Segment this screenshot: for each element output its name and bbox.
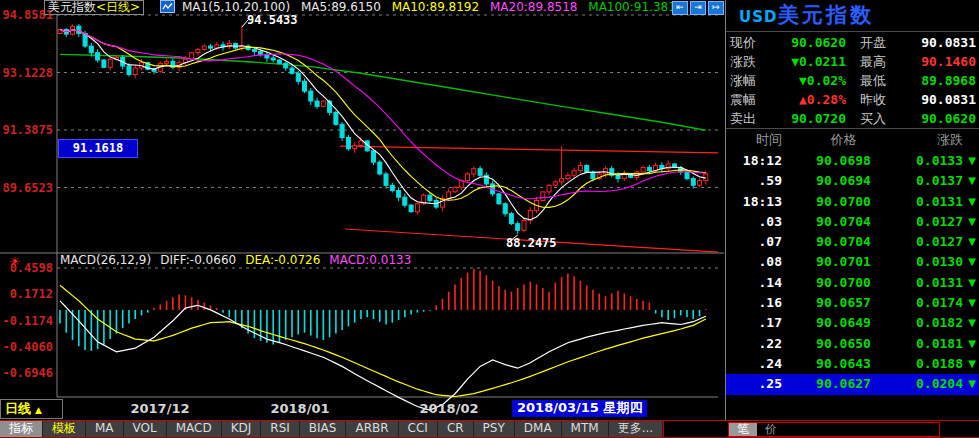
stat-label: 昨收 bbox=[860, 90, 900, 109]
tick-row[interactable]: 18:1390.07000.0131▼ bbox=[726, 192, 979, 212]
tick-row[interactable]: .0890.07010.0130▼ bbox=[726, 252, 979, 272]
tick-change: 0.0131 bbox=[905, 192, 963, 212]
pan-right-icon[interactable]: ↦ bbox=[708, 1, 724, 15]
macd-tick-label: -0.1174 bbox=[2, 314, 53, 328]
high-annotation: 94.5433 bbox=[247, 13, 298, 27]
selected-date-label: 2018/03/15 星期四 bbox=[512, 400, 647, 417]
tick-mode-tabs: 笔价 bbox=[728, 422, 940, 437]
triangle-down-icon: ▼ bbox=[963, 354, 976, 374]
tab-CCI[interactable]: CCI bbox=[399, 421, 438, 437]
tick-time: .07 bbox=[730, 232, 782, 252]
tab-CR[interactable]: CR bbox=[438, 421, 474, 437]
stat-label: 最低 bbox=[860, 71, 900, 90]
tick-time: .03 bbox=[730, 212, 782, 232]
tick-price: 90.0643 bbox=[782, 354, 905, 374]
tick-price: 90.0649 bbox=[782, 313, 905, 333]
macd-value: MACD:0.0133 bbox=[329, 253, 411, 267]
tick-price: 90.0627 bbox=[782, 374, 905, 394]
compress-left-icon[interactable]: ⇤ bbox=[672, 1, 688, 15]
macd-tick-label: 0.1712 bbox=[2, 287, 53, 301]
ma10-value: MA10:89.8192 bbox=[392, 0, 480, 14]
tick-row[interactable]: .1490.07000.0131▼ bbox=[726, 273, 979, 293]
tab-KDJ[interactable]: KDJ bbox=[222, 421, 262, 437]
tick-time: .22 bbox=[730, 334, 782, 354]
tick-price: 90.0704 bbox=[782, 232, 905, 252]
stat-label: 现价 bbox=[730, 33, 770, 52]
tick-row[interactable]: .1690.06570.0174▼ bbox=[726, 293, 979, 313]
tick-row[interactable]: 18:1290.06980.0133▼ bbox=[726, 151, 979, 171]
tick-price: 90.0701 bbox=[782, 252, 905, 272]
tick-row[interactable]: .5990.06940.0137▼ bbox=[726, 171, 979, 191]
tick-row[interactable]: .2290.06500.0181▼ bbox=[726, 334, 979, 354]
stat-label: 买入 bbox=[860, 109, 900, 128]
tick-price: 90.0700 bbox=[782, 192, 905, 212]
tick-list[interactable]: 18:1290.06980.0133▼.5990.06940.0137▼18:1… bbox=[726, 151, 979, 395]
quote-stats-row: 卖出90.0720买入90.0620 bbox=[730, 109, 976, 128]
tick-list-column-header: 涨跌 bbox=[905, 131, 963, 149]
date-tick-label: 2017/12 bbox=[130, 401, 189, 416]
tick-row[interactable]: .0790.07040.0127▼ bbox=[726, 232, 979, 252]
tab-MA[interactable]: MA bbox=[86, 421, 124, 437]
tick-row[interactable]: .2590.06270.0204▼ bbox=[726, 374, 979, 394]
quote-title: USD 美元指数 bbox=[726, 0, 979, 32]
tick-change: 0.0181 bbox=[905, 334, 963, 354]
triangle-down-icon: ▼ bbox=[963, 334, 976, 354]
date-axis: 日线▲ 2017/122018/012018/02 2018/03/15 星期四 bbox=[0, 397, 724, 420]
date-tick-label: 2018/02 bbox=[419, 401, 478, 416]
period-selector[interactable]: 日线▲ bbox=[0, 399, 63, 419]
stat-value: 89.8968 bbox=[900, 71, 976, 90]
tick-row[interactable]: .1790.06490.0182▼ bbox=[726, 313, 979, 333]
stat-label: 震幅 bbox=[730, 90, 770, 109]
tab-PSY[interactable]: PSY bbox=[474, 421, 515, 437]
tick-time: .25 bbox=[730, 374, 782, 394]
triangle-down-icon: ▼ bbox=[963, 151, 976, 171]
stat-value: 90.0831 bbox=[900, 33, 976, 52]
tab-模板[interactable]: 模板 bbox=[43, 421, 86, 437]
tick-time: .16 bbox=[730, 293, 782, 313]
quote-stats-row: 涨跌▼0.0211最高90.1460 bbox=[730, 52, 976, 71]
stat-value: ▼0.0211 bbox=[770, 52, 860, 71]
price-tick-label: 91.3875 bbox=[2, 123, 53, 137]
quote-stats-row: 现价90.0620开盘90.0831 bbox=[730, 33, 976, 52]
tick-change: 0.0127 bbox=[905, 212, 963, 232]
tab-RSI[interactable]: RSI bbox=[261, 421, 300, 437]
tab-VOL[interactable]: VOL bbox=[124, 421, 167, 437]
compress-right-icon[interactable]: ⇥ bbox=[690, 1, 706, 15]
tick-time: .59 bbox=[730, 171, 782, 191]
price-tick-label: 94.8581 bbox=[2, 8, 53, 22]
macd-dea: DEA:-0.0726 bbox=[245, 253, 320, 267]
tick-change: 0.0174 bbox=[905, 293, 963, 313]
stat-label: 最高 bbox=[860, 52, 900, 71]
price-macd-chart[interactable] bbox=[0, 0, 724, 438]
stat-value: 90.0831 bbox=[900, 90, 976, 109]
triangle-down-icon: ▼ bbox=[963, 273, 976, 293]
tick-row[interactable]: .2490.06430.0188▼ bbox=[726, 354, 979, 374]
tick-change: 0.0204 bbox=[905, 374, 963, 394]
tick-row[interactable]: .0390.07040.0127▼ bbox=[726, 212, 979, 232]
stat-label: 涨跌 bbox=[730, 52, 770, 71]
macd-params: MACD(26,12,9) bbox=[60, 253, 151, 267]
tab-价[interactable]: 价 bbox=[757, 423, 785, 436]
triangle-down-icon: ▼ bbox=[963, 252, 976, 272]
chart-window-icons: ⇤ ⇥ ↦ bbox=[672, 1, 724, 15]
triangle-down-icon: ▼ bbox=[963, 171, 976, 191]
tab-MTM[interactable]: MTM bbox=[562, 421, 609, 437]
triangle-down-icon: ▼ bbox=[963, 374, 976, 394]
tab-ARBR[interactable]: ARBR bbox=[346, 421, 398, 437]
instrument-name: 美元指数 bbox=[778, 1, 874, 29]
tab-BIAS[interactable]: BIAS bbox=[300, 421, 347, 437]
tab-DMA[interactable]: DMA bbox=[515, 421, 562, 437]
ma-legend: MA1(5,10,20,100) MA5:89.6150 MA10:89.819… bbox=[160, 0, 690, 14]
symbol-name: 美元指数 bbox=[48, 0, 96, 14]
indicator-settings-icon[interactable]: ☀ bbox=[9, 256, 21, 268]
symbol-title[interactable]: 美元指数<日线> bbox=[44, 0, 144, 15]
tab-更多...[interactable]: 更多... bbox=[609, 421, 663, 437]
tab-指标[interactable]: 指标 bbox=[0, 421, 43, 437]
tab-笔[interactable]: 笔 bbox=[729, 423, 757, 436]
tick-time: .24 bbox=[730, 354, 782, 374]
trading-terminal: 美元指数<日线> MA1(5,10,20,100) MA5:89.6150 MA… bbox=[0, 0, 979, 438]
tick-change: 0.0188 bbox=[905, 354, 963, 374]
macd-tick-label: -0.4060 bbox=[2, 340, 53, 354]
tab-MACD[interactable]: MACD bbox=[167, 421, 222, 437]
chart-type-icon[interactable] bbox=[160, 0, 175, 13]
